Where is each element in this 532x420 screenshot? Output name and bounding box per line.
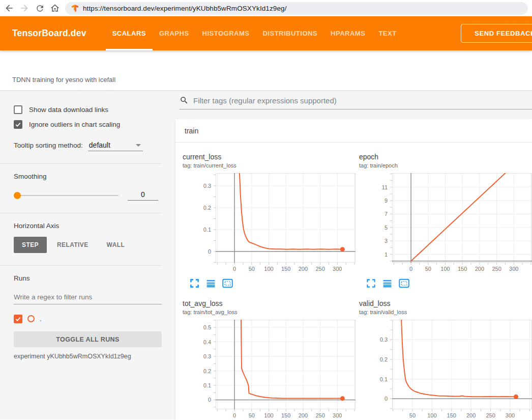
checkbox-label: Ignore outliers in chart scaling <box>29 121 120 128</box>
line-chart[interactable]: 05010015020025030000.10.20.30.40.5 <box>183 320 356 420</box>
ignore-outliers-checkbox[interactable]: Ignore outliers in chart scaling <box>14 119 162 130</box>
nav-tabs: SCALARS GRAPHS HISTOGRAMS DISTRIBUTIONS … <box>106 16 403 50</box>
svg-text:300: 300 <box>333 266 342 272</box>
svg-text:0: 0 <box>208 248 211 255</box>
svg-text:50: 50 <box>249 412 255 418</box>
brand-logo: TensorBoard.dev <box>12 28 86 39</box>
tab-histograms[interactable]: HISTOGRAMS <box>196 16 256 50</box>
svg-text:300: 300 <box>333 412 342 418</box>
chart-toolbar <box>366 278 532 288</box>
svg-text:150: 150 <box>458 266 467 272</box>
svg-text:150: 150 <box>281 412 290 418</box>
charts-grid: current_loss tag: train/current_loss 050… <box>175 143 532 420</box>
line-chart[interactable]: 5010015020025030000.10.20.3 <box>359 320 532 420</box>
run-checkbox[interactable] <box>14 315 22 323</box>
toggle-all-runs-button[interactable]: TOGGLE ALL RUNS <box>14 331 162 347</box>
chart-tot-avg-loss: tot_avg_loss tag: train/tot_avg_loss 050… <box>183 299 356 420</box>
chart-tag: tag: train/tot_avg_loss <box>183 309 356 315</box>
tooltip-sorting-select[interactable]: default <box>88 141 143 151</box>
svg-text:0.2: 0.2 <box>203 205 211 211</box>
search-icon <box>180 96 189 105</box>
browser-toolbar: https://tensorboard.dev/experiment/yKUbh… <box>0 0 532 16</box>
checkbox-icon[interactable] <box>14 105 22 114</box>
svg-text:5: 5 <box>385 225 388 231</box>
app-header: TensorBoard.dev SCALARS GRAPHS HISTOGRAM… <box>0 16 532 50</box>
svg-text:0.3: 0.3 <box>203 183 211 189</box>
svg-text:0.2: 0.2 <box>203 368 211 374</box>
home-icon[interactable] <box>50 3 60 13</box>
svg-text:250: 250 <box>315 266 324 272</box>
slider-thumb[interactable] <box>14 192 21 199</box>
url-text: https://tensorboard.dev/experiment/yKUbh… <box>83 5 287 12</box>
chart-valid-loss: valid_loss tag: train/valid_loss 5010015… <box>359 299 532 420</box>
tab-scalars[interactable]: SCALARS <box>106 16 153 50</box>
divider <box>0 163 162 164</box>
tab-graphs[interactable]: GRAPHS <box>153 16 196 50</box>
send-feedback-button[interactable]: SEND FEEDBACK <box>461 24 532 43</box>
chart-epoch: epoch tag: train/epoch 05010015020025030… <box>359 153 532 288</box>
run-row: . <box>14 313 162 325</box>
reload-icon[interactable] <box>35 3 45 13</box>
chart-title: valid_loss <box>359 299 532 308</box>
svg-text:100: 100 <box>264 412 273 418</box>
line-chart[interactable]: 05010015020025030000.10.20.3 <box>183 173 356 276</box>
axis-relative-button[interactable]: RELATIVE <box>49 237 97 253</box>
chart-title: epoch <box>359 153 532 161</box>
fit-domain-icon[interactable] <box>399 278 408 288</box>
svg-text:100: 100 <box>264 266 273 272</box>
smoothing-value-input[interactable]: 0 <box>128 190 158 201</box>
svg-text:150: 150 <box>281 266 290 272</box>
fit-domain-icon[interactable] <box>222 278 232 288</box>
tensorboard-favicon-icon <box>71 5 79 12</box>
svg-text:0: 0 <box>409 266 412 272</box>
svg-text:0.5: 0.5 <box>203 324 211 330</box>
tooltip-sorting-row: Tooltip sorting method: default <box>14 141 162 151</box>
divider <box>0 213 162 213</box>
axis-step-button[interactable]: STEP <box>14 237 47 253</box>
svg-text:250: 250 <box>492 266 501 272</box>
svg-text:7: 7 <box>385 211 388 217</box>
chart-current-loss: current_loss tag: train/current_loss 050… <box>183 153 356 288</box>
url-bar[interactable]: https://tensorboard.dev/experiment/yKUbh… <box>65 2 528 15</box>
checkbox-label: Show data download links <box>29 106 108 114</box>
svg-text:11: 11 <box>382 184 388 190</box>
tab-hparams[interactable]: HPARAMS <box>324 16 372 50</box>
svg-text:0.1: 0.1 <box>203 227 211 233</box>
svg-text:0: 0 <box>233 266 236 272</box>
runs-filter-input[interactable] <box>14 291 162 304</box>
smoothing-slider[interactable] <box>14 195 119 196</box>
checkbox-checked-icon[interactable] <box>14 120 22 129</box>
line-chart[interactable]: 0501001502002503001357911 <box>359 173 532 276</box>
axis-wall-button[interactable]: WALL <box>99 237 133 253</box>
chart-title: tot_avg_loss <box>183 299 356 308</box>
svg-text:0.3: 0.3 <box>380 337 388 343</box>
tab-distributions[interactable]: DISTRIBUTIONS <box>256 16 324 50</box>
fullscreen-icon[interactable] <box>190 278 199 288</box>
svg-text:200: 200 <box>299 412 308 418</box>
run-name: . <box>40 315 42 323</box>
svg-text:1: 1 <box>385 251 388 257</box>
svg-text:0: 0 <box>233 412 236 418</box>
log-scale-icon[interactable] <box>382 278 392 288</box>
svg-text:0.3: 0.3 <box>203 353 211 359</box>
back-icon[interactable] <box>4 3 14 13</box>
svg-text:3: 3 <box>385 238 388 244</box>
tooltip-sorting-value: default <box>89 141 110 149</box>
tab-text[interactable]: TEXT <box>372 16 403 50</box>
log-scale-icon[interactable] <box>206 278 216 288</box>
run-color-swatch[interactable] <box>27 315 35 322</box>
chart-tag: tag: train/valid_loss <box>359 309 532 315</box>
svg-text:50: 50 <box>425 266 431 272</box>
chart-toolbar <box>190 278 356 288</box>
svg-text:150: 150 <box>447 412 456 418</box>
filter-tags-input[interactable] <box>193 96 532 105</box>
chart-tag: tag: train/current_loss <box>183 162 356 169</box>
svg-text:200: 200 <box>475 266 484 272</box>
forward-icon[interactable] <box>19 3 29 13</box>
fullscreen-icon[interactable] <box>366 278 376 288</box>
show-download-links-checkbox[interactable]: Show data download links <box>14 104 162 115</box>
divider <box>0 265 162 266</box>
train-section-header[interactable]: train <box>175 119 532 143</box>
chevron-down-icon <box>136 144 141 147</box>
svg-text:0.1: 0.1 <box>203 382 211 388</box>
